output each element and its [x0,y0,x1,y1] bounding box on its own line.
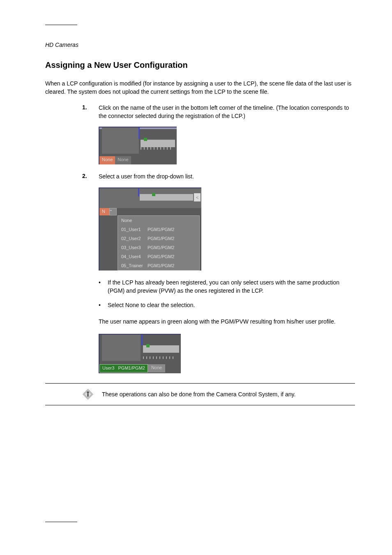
note-text: These operations can also be done from t… [102,391,295,399]
bullet-item: • Select None to clear the selection. [99,301,355,310]
playhead-icon [146,344,150,347]
assigned-user-tag[interactable]: User3 PGM1/PGM2 [99,364,148,372]
bottom-rule [45,522,77,522]
user-slot-selected[interactable]: None [99,156,115,164]
header-subtitle: HD Cameras [45,42,355,48]
step-number: 1. [82,104,99,111]
dropdown-handle-icon[interactable]: •• [109,208,117,215]
playhead-icon [152,193,155,196]
bullet-icon: • [99,301,108,310]
dropdown-item[interactable]: 04_User4PGM1/PGM2 [118,252,199,261]
dropdown-item[interactable]: 02_User2PGM1/PGM2 [118,234,199,243]
top-rule [45,25,77,25]
screenshot-timeline-none: None None [99,127,355,164]
user-slot-open[interactable]: N [99,208,109,215]
playhead-icon [144,138,147,141]
result-paragraph: The user name appears in green along wit… [99,318,355,326]
user-slot-next[interactable]: None [115,156,131,164]
dropdown-item[interactable]: 05_TrainerPGM1/PGM2 [118,261,199,270]
note-box: These operations can also be done from t… [45,383,355,405]
intro-paragraph: When a LCP configuration is modified (fo… [45,80,355,96]
dropdown-item[interactable]: 03_User3PGM1/PGM2 [118,243,199,252]
bullet-list: • If the LCP has already been registered… [99,279,355,310]
section-heading: Assigning a New User Configuration [45,60,355,70]
svg-point-2 [87,391,89,393]
bullet-item: • If the LCP has already been registered… [99,279,355,295]
screenshot-user-assigned: User3 PGM1/PGM2 None [99,334,355,373]
user-dropdown-menu: None 01_User1PGM1/PGM2 02_User2PGM1/PGM2… [118,215,200,271]
dropdown-item[interactable]: 01_User1PGM1/PGM2 [118,225,199,234]
step-2: 2. Select a user from the drop-down list… [82,173,355,181]
user-slot-next[interactable]: None [148,364,165,372]
step-number: 2. [82,173,99,179]
important-note-icon [82,388,94,400]
step-1: 1. Click on the name of the user in the … [82,104,355,120]
step-text: Select a user from the drop-down list. [99,173,355,181]
screenshot-user-dropdown: < N •• None 01_User1PGM1/PGM2 02_User2PG… [99,187,355,271]
bullet-icon: • [99,279,108,287]
dropdown-item[interactable]: None [118,216,199,225]
svg-rect-3 [87,394,89,397]
step-text: Click on the name of the user in the bot… [99,104,355,120]
scroll-left-icon[interactable]: < [194,193,201,201]
